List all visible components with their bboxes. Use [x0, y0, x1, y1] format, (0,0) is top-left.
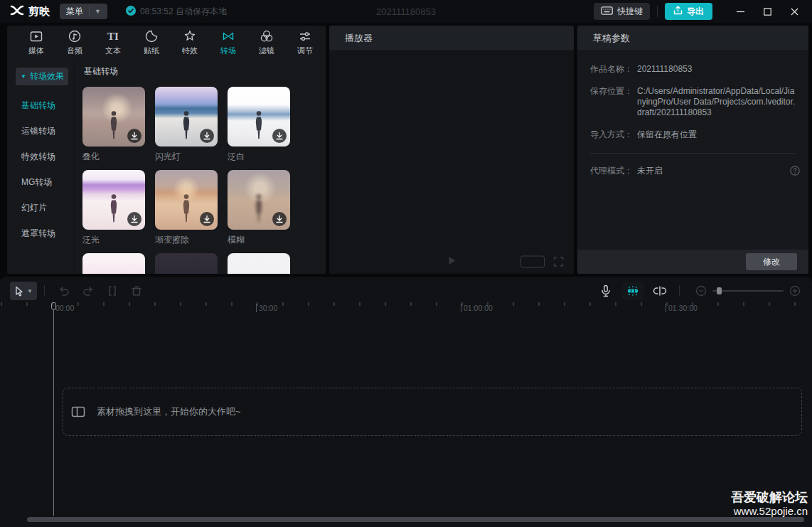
ruler-label: 01:00:00	[461, 304, 493, 312]
check-circle-icon	[126, 6, 136, 18]
media-dropzone[interactable]: 素材拖拽到这里，开始你的大作吧~	[63, 388, 802, 436]
tab-filters[interactable]: 滤镜	[247, 29, 286, 56]
transition-item-blur[interactable]: 模糊	[228, 170, 290, 247]
transition-thumbnail	[155, 87, 218, 147]
transition-item-glow[interactable]: 泛光	[82, 170, 145, 247]
divider	[679, 285, 680, 297]
app-name: 剪映	[28, 5, 50, 18]
main-track-magnet-icon[interactable]	[622, 282, 643, 300]
timeline-toolbar: ▼	[0, 280, 812, 302]
tab-sticker[interactable]: 贴纸	[132, 29, 171, 56]
player-controls	[329, 250, 574, 274]
export-button[interactable]: 导出	[665, 3, 712, 20]
minimize-button[interactable]	[727, 1, 754, 21]
chevron-down-icon: ▼	[89, 6, 101, 16]
ruler-label: 00:00	[55, 304, 74, 312]
tab-effects[interactable]: 特效	[171, 29, 209, 56]
watermark-line2: www.52pojie.cn	[731, 505, 808, 518]
divider	[44, 285, 45, 297]
transition-item-partial-2[interactable]	[155, 253, 218, 274]
field-save-location: 保存位置： C:/Users/Administrator/AppData/Loc…	[590, 86, 796, 118]
zoom-slider-handle[interactable]	[717, 287, 722, 294]
help-icon[interactable]	[790, 166, 800, 179]
menu-label: 菜单	[66, 6, 83, 18]
app-logo: 剪映	[10, 5, 50, 18]
horizontal-scrollbar[interactable]	[27, 517, 804, 522]
draft-header: 草稿参数	[577, 26, 808, 51]
logo-icon	[10, 5, 24, 18]
download-icon	[127, 129, 141, 143]
transition-item-gradient-wipe[interactable]: 渐变擦除	[155, 170, 218, 247]
fullscreen-icon[interactable]	[553, 257, 564, 267]
sidebar-item-mg-transition[interactable]: MG转场	[7, 169, 74, 195]
export-icon	[673, 6, 683, 17]
caret-down-icon: ▼	[21, 73, 26, 80]
draft-footer: 修改	[577, 250, 808, 274]
player-title: 播放器	[345, 32, 373, 45]
transitions-content: 基础转场 叠化 闪光灯	[75, 60, 326, 274]
tab-text[interactable]: TI 文本	[94, 29, 132, 56]
jianying-app: 剪映 菜单 ▼ 08:53:52 自动保存本地 202111180853 快捷键	[0, 0, 812, 527]
select-tool-button[interactable]: ▼	[10, 282, 37, 300]
watermark: 吾爱破解论坛 www.52pojie.cn	[731, 489, 808, 518]
transition-item-flash[interactable]: 闪光灯	[155, 87, 218, 164]
field-proxy-mode: 代理模式： 未开启	[590, 166, 796, 176]
shortcut-label: 快捷键	[617, 6, 643, 18]
sidebar-item-slideshow[interactable]: 幻灯片	[7, 195, 74, 220]
tab-transition[interactable]: 转场	[209, 29, 247, 56]
maximize-button[interactable]	[754, 1, 781, 21]
transition-thumbnail	[155, 170, 218, 230]
zoom-in-icon[interactable]	[788, 282, 802, 300]
download-icon	[200, 212, 214, 226]
draft-title: 草稿参数	[593, 32, 630, 45]
ruler-label: 01:30:00	[666, 304, 698, 312]
transition-item-dissolve[interactable]: 叠化	[82, 87, 145, 164]
export-label: 导出	[687, 6, 704, 18]
zoom-out-icon[interactable]	[694, 282, 708, 300]
timeline-ruler[interactable]: 00:00 30:00 01:00:00 01:30:00	[0, 302, 812, 314]
tab-media[interactable]: 媒体	[17, 29, 55, 56]
delete-icon[interactable]	[124, 282, 149, 300]
download-icon	[200, 129, 214, 143]
playhead[interactable]	[51, 302, 56, 516]
preview-axis-icon[interactable]	[648, 282, 672, 300]
download-icon	[272, 129, 287, 143]
divider	[657, 6, 658, 17]
material-tabbar: 媒体 音频 TI 文本 贴纸 特效 转场	[7, 26, 326, 60]
sidebar-item-basic-transition[interactable]: 基础转场	[7, 92, 74, 118]
timeline-zoom-slider	[694, 282, 802, 300]
play-button[interactable]	[446, 255, 457, 269]
close-button[interactable]	[781, 1, 808, 21]
cursor-icon	[14, 286, 24, 297]
zoom-slider-track[interactable]	[712, 290, 784, 292]
modify-button[interactable]: 修改	[746, 253, 797, 270]
sidebar-item-transition-effects[interactable]: ▼ 转场效果	[16, 68, 68, 85]
transition-item-partial-1[interactable]	[82, 253, 145, 274]
tab-adjust[interactable]: 调节	[286, 29, 324, 56]
transition-thumbnail	[155, 253, 218, 274]
autosave-status: 08:53:52 自动保存本地	[126, 6, 227, 18]
tab-audio[interactable]: 音频	[55, 29, 94, 56]
transition-item-fade-white[interactable]: 泛白	[228, 87, 290, 164]
film-icon	[71, 405, 85, 418]
aspect-ratio-button[interactable]	[520, 256, 545, 268]
split-icon[interactable]	[100, 282, 124, 300]
menu-button[interactable]: 菜单 ▼	[60, 4, 107, 19]
redo-button[interactable]	[76, 282, 100, 300]
sidebar-item-effect-transition[interactable]: 特效转场	[7, 144, 74, 169]
autosave-text: 08:53:52 自动保存本地	[140, 6, 227, 18]
sidebar-item-camera-transition[interactable]: 运镜转场	[7, 118, 74, 144]
player-panel: 播放器	[329, 26, 574, 274]
record-audio-icon[interactable]	[594, 282, 618, 300]
transition-thumbnail	[228, 170, 290, 230]
transition-thumbnail	[228, 253, 290, 274]
timeline: ▼	[0, 277, 812, 527]
transition-item-partial-3[interactable]	[228, 253, 290, 274]
field-import-mode: 导入方式： 保留在原有位置	[590, 129, 796, 140]
sidebar-item-mask-transition[interactable]: 遮罩转场	[7, 220, 74, 246]
divider	[590, 153, 796, 154]
transition-thumbnail	[82, 253, 145, 274]
playhead-line	[53, 309, 54, 516]
undo-button[interactable]	[52, 282, 76, 300]
shortcut-keys-button[interactable]: 快捷键	[594, 3, 650, 20]
